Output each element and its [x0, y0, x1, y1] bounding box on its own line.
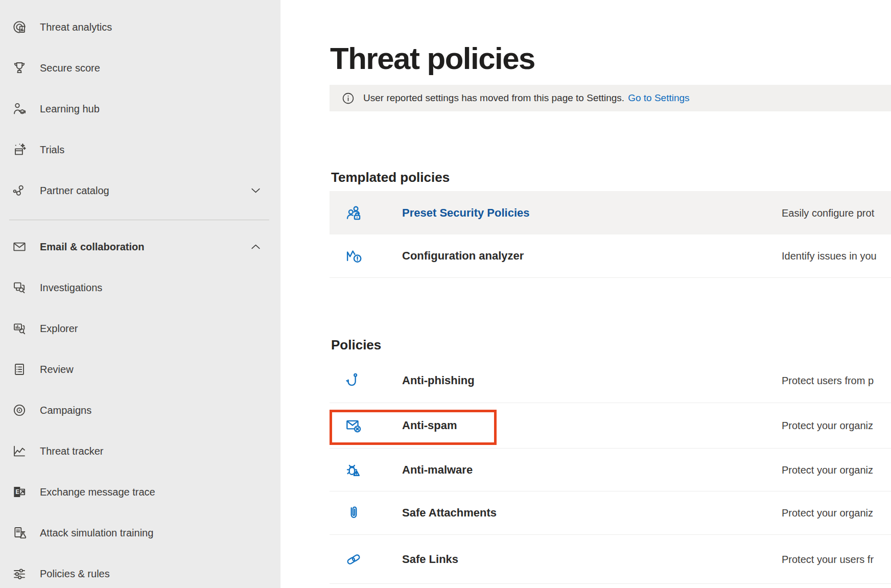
sidebar-item-campaigns[interactable]: Campaigns	[0, 390, 280, 431]
row-label: Safe Links	[402, 553, 458, 566]
partner-catalog-icon	[11, 182, 28, 199]
campaigns-icon	[11, 402, 28, 418]
row-description: Protect your organiz	[782, 464, 873, 476]
defender-portal: Threat analytics Secure score Learning h…	[0, 0, 891, 588]
banner-message: User reported settings has moved from th…	[363, 92, 624, 104]
threat-tracker-icon	[11, 443, 28, 459]
trophy-icon	[11, 60, 28, 76]
row-preset-security-policies[interactable]: Preset Security Policies Easily configur…	[330, 191, 891, 234]
main-content: Threat policies User reported settings h…	[280, 0, 891, 588]
row-label: Configuration analyzer	[402, 249, 524, 263]
sidebar-item-threat-analytics[interactable]: Threat analytics	[0, 7, 280, 48]
sidebar-item-email-collaboration[interactable]: Email & collaboration	[0, 226, 280, 267]
section-heading-templated-policies: Templated policies	[331, 170, 450, 185]
sidebar-item-label: Attack simulation training	[40, 527, 153, 539]
sidebar-item-secure-score[interactable]: Secure score	[0, 48, 280, 88]
row-label: Preset Security Policies	[402, 206, 529, 220]
configuration-analyzer-icon	[344, 246, 363, 266]
info-icon	[341, 91, 355, 105]
sidebar-item-label: Email & collaboration	[40, 241, 144, 253]
sidebar-item-explorer[interactable]: Explorer	[0, 308, 280, 349]
learning-hub-icon	[11, 101, 28, 117]
sidebar-item-investigations[interactable]: Investigations	[0, 267, 280, 308]
sidebar-item-label: Review	[40, 364, 74, 375]
row-label: Safe Attachments	[402, 506, 497, 520]
sidebar-item-policies-rules[interactable]: Policies & rules	[0, 553, 280, 588]
explorer-icon	[11, 320, 28, 337]
sidebar-item-label: Trials	[40, 144, 64, 156]
sidebar-item-label: Investigations	[40, 282, 102, 294]
sidebar-item-label: Threat analytics	[40, 21, 112, 33]
sidebar-item-threat-tracker[interactable]: Threat tracker	[0, 431, 280, 472]
threat-analytics-icon	[11, 19, 28, 35]
preset-security-icon	[344, 203, 363, 223]
exchange-icon: E	[11, 484, 28, 500]
row-description: Identify issues in you	[782, 250, 877, 262]
sidebar-item-learning-hub[interactable]: Learning hub	[0, 88, 280, 129]
safe-attachments-icon	[344, 503, 363, 523]
row-description: Protect your organiz	[782, 420, 873, 432]
chevron-up-icon	[249, 240, 263, 254]
sidebar-divider	[9, 220, 269, 220]
row-configuration-analyzer[interactable]: Configuration analyzer Identify issues i…	[330, 234, 891, 278]
mail-icon	[11, 239, 28, 255]
info-banner: User reported settings has moved from th…	[330, 85, 891, 111]
row-safe-links[interactable]: Safe Links Protect your users fr	[330, 534, 891, 584]
row-anti-phishing[interactable]: Anti-phishing Protect users from p	[330, 359, 891, 403]
sidebar-item-trials[interactable]: Trials	[0, 129, 280, 170]
row-description: Protect your users fr	[782, 553, 874, 565]
row-description: Easily configure prot	[782, 207, 874, 219]
attack-simulation-icon	[11, 525, 28, 541]
policies-rules-icon	[11, 566, 28, 582]
review-icon	[11, 361, 28, 378]
row-label: Anti-malware	[402, 463, 473, 477]
chevron-down-icon	[249, 184, 263, 198]
row-label: Anti-spam	[402, 419, 457, 432]
sidebar-item-label: Partner catalog	[40, 185, 109, 197]
sidebar-item-attack-simulation-training[interactable]: Attack simulation training	[0, 512, 280, 553]
row-safe-attachments[interactable]: Safe Attachments Protect your organiz	[330, 491, 891, 534]
anti-malware-icon	[344, 460, 363, 480]
safe-links-icon	[344, 550, 363, 569]
sidebar-item-exchange-message-trace[interactable]: E Exchange message trace	[0, 472, 280, 512]
trials-icon	[11, 142, 28, 158]
sidebar-item-label: Campaigns	[40, 405, 91, 416]
row-anti-malware[interactable]: Anti-malware Protect your organiz	[330, 448, 891, 491]
sidebar-item-review[interactable]: Review	[0, 349, 280, 390]
investigations-icon	[11, 279, 28, 296]
row-description: Protect your organiz	[782, 507, 873, 519]
page-title: Threat policies	[330, 41, 535, 76]
sidebar-item-label: Secure score	[40, 62, 100, 74]
anti-spam-icon	[344, 416, 363, 435]
row-label: Anti-phishing	[402, 374, 475, 387]
sidebar-nav: Threat analytics Secure score Learning h…	[0, 0, 280, 588]
go-to-settings-link[interactable]: Go to Settings	[628, 92, 689, 104]
sidebar-item-label: Learning hub	[40, 103, 100, 115]
sidebar-item-label: Explorer	[40, 323, 78, 335]
row-description: Protect users from p	[782, 375, 874, 387]
sidebar-item-label: Policies & rules	[40, 568, 110, 580]
section-heading-policies: Policies	[331, 337, 381, 353]
sidebar-item-label: Exchange message trace	[40, 486, 155, 498]
anti-phishing-icon	[344, 371, 363, 390]
sidebar-item-label: Threat tracker	[40, 445, 103, 457]
sidebar-item-partner-catalog[interactable]: Partner catalog	[0, 170, 280, 211]
row-anti-spam[interactable]: Anti-spam Protect your organiz	[330, 403, 891, 448]
